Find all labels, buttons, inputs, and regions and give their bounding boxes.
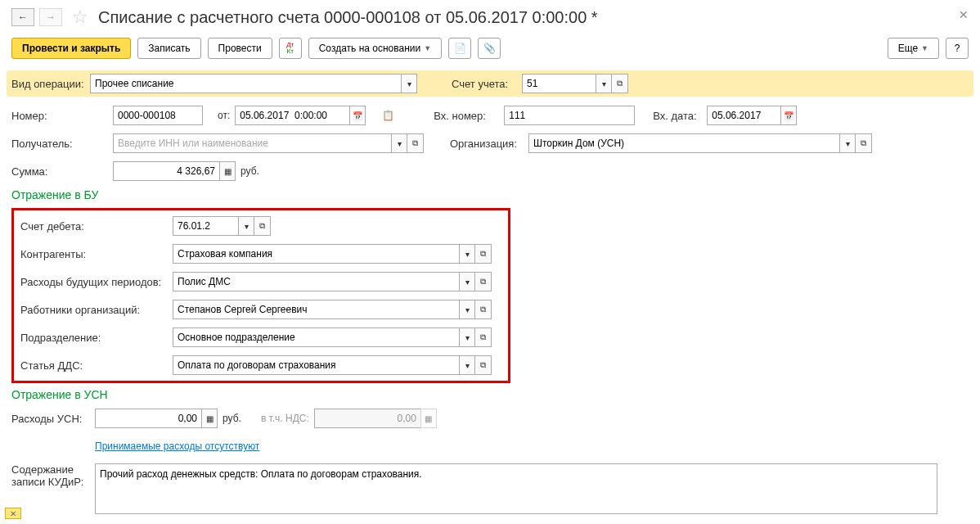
- department-label: Подразделение:: [20, 332, 168, 344]
- kudir-textarea[interactable]: [95, 463, 937, 514]
- incl-vat-label: в т.ч. НДС:: [261, 413, 309, 424]
- account-input[interactable]: [522, 74, 596, 93]
- open-button[interactable]: ⧉: [612, 74, 628, 93]
- close-button[interactable]: ✕: [959, 8, 969, 21]
- calendar-button[interactable]: 📅: [780, 106, 797, 125]
- dropdown-button[interactable]: ▾: [459, 300, 475, 319]
- bu-section-title: Отражение в БУ: [11, 188, 969, 201]
- recipient-label: Получатель:: [11, 138, 108, 150]
- dropdown-button[interactable]: ▾: [459, 244, 475, 264]
- nav-back-button[interactable]: ←: [11, 8, 34, 26]
- dtkt-button[interactable]: ДтКт: [279, 38, 302, 59]
- calendar-button[interactable]: 📅: [349, 106, 366, 125]
- usn-currency: руб.: [223, 413, 241, 424]
- dropdown-button[interactable]: ▾: [459, 328, 475, 347]
- favorite-icon[interactable]: ☆: [72, 7, 88, 28]
- workers-input[interactable]: [173, 300, 459, 319]
- debit-account-label: Счет дебета:: [20, 220, 168, 233]
- dds-label: Статья ДДС:: [20, 359, 168, 372]
- sum-currency: руб.: [241, 165, 259, 177]
- open-button[interactable]: ⧉: [856, 133, 872, 153]
- number-label: Номер:: [11, 110, 108, 122]
- attach-icon-button[interactable]: 📎: [478, 38, 501, 59]
- post-and-close-button[interactable]: Провести и закрыть: [11, 38, 131, 59]
- status-check-icon[interactable]: 📋: [382, 110, 394, 121]
- nav-forward-button[interactable]: →: [39, 8, 62, 26]
- usn-expenses-link[interactable]: Принимаемые расходы отсутствуют: [95, 440, 259, 452]
- create-based-on-label: Создать на основании: [319, 43, 421, 54]
- account-label: Счет учета:: [452, 78, 517, 90]
- create-based-on-button[interactable]: Создать на основании▼: [308, 38, 442, 59]
- future-expenses-input[interactable]: [173, 272, 459, 291]
- dropdown-button[interactable]: ▾: [459, 272, 475, 291]
- open-button[interactable]: ⧉: [475, 300, 492, 319]
- department-input[interactable]: [173, 328, 459, 347]
- future-expenses-label: Расходы будущих периодов:: [20, 276, 168, 288]
- dds-input[interactable]: [173, 355, 459, 375]
- sum-input[interactable]: [113, 161, 219, 181]
- dropdown-button[interactable]: ▾: [596, 74, 612, 93]
- usn-section-title: Отражение в УСН: [11, 388, 969, 401]
- operation-type-input[interactable]: [90, 74, 401, 93]
- bottom-indicator-button[interactable]: ✕: [5, 508, 21, 519]
- report-icon-button[interactable]: 📄: [448, 38, 471, 59]
- open-button[interactable]: ⧉: [475, 328, 492, 347]
- workers-label: Работники организаций:: [20, 304, 168, 316]
- post-button[interactable]: Провести: [208, 38, 272, 59]
- number-input[interactable]: [113, 106, 203, 125]
- usn-expenses-input[interactable]: [95, 409, 201, 428]
- dropdown-button[interactable]: ▾: [391, 133, 407, 153]
- more-label: Еще: [898, 43, 918, 54]
- calculator-button[interactable]: ▦: [201, 409, 218, 428]
- usn-expenses-label: Расходы УСН:: [11, 413, 90, 425]
- counterparty-label: Контрагенты:: [20, 248, 168, 260]
- highlighted-bu-block: Счет дебета: ▾ ⧉ Контрагенты: ▾ ⧉ Расход…: [11, 208, 510, 383]
- save-button[interactable]: Записать: [137, 38, 200, 59]
- open-button[interactable]: ⧉: [475, 355, 492, 375]
- open-button[interactable]: ⧉: [475, 244, 492, 264]
- calculator-button: ▦: [420, 409, 437, 428]
- counterparty-input[interactable]: [173, 244, 459, 264]
- chevron-down-icon: ▼: [424, 44, 431, 52]
- in-number-input[interactable]: [504, 106, 635, 125]
- organization-input[interactable]: [528, 133, 839, 153]
- debit-account-input[interactable]: [173, 216, 238, 236]
- chevron-down-icon: ▼: [921, 44, 928, 52]
- in-number-label: Вх. номер:: [434, 110, 499, 122]
- dropdown-button[interactable]: ▾: [459, 355, 475, 375]
- help-button[interactable]: ?: [946, 38, 969, 59]
- in-date-label: Вх. дата:: [653, 110, 702, 122]
- open-button[interactable]: ⧉: [407, 133, 424, 153]
- sum-label: Сумма:: [11, 165, 108, 178]
- calculator-button[interactable]: ▦: [219, 161, 236, 181]
- date-input[interactable]: [235, 106, 349, 125]
- page-title: Списание с расчетного счета 0000-000108 …: [98, 8, 598, 27]
- kudir-label: Содержание записи КУДиР:: [11, 463, 90, 488]
- operation-type-label: Вид операции:: [11, 78, 85, 90]
- organization-label: Организация:: [450, 138, 524, 150]
- from-label: от:: [218, 110, 230, 121]
- open-button[interactable]: ⧉: [254, 216, 271, 236]
- incl-vat-input: [314, 409, 420, 428]
- dropdown-button[interactable]: ▾: [839, 133, 856, 153]
- dropdown-button[interactable]: ▾: [401, 74, 417, 93]
- recipient-input[interactable]: [113, 133, 391, 153]
- more-button[interactable]: Еще▼: [888, 38, 939, 59]
- open-button[interactable]: ⧉: [475, 272, 492, 291]
- dropdown-button[interactable]: ▾: [238, 216, 254, 236]
- in-date-input[interactable]: [707, 106, 780, 125]
